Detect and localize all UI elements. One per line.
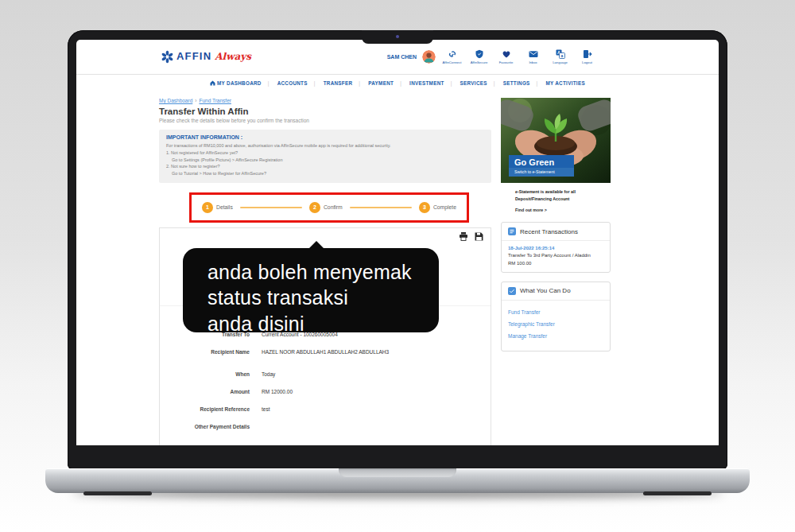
save-button[interactable] [475, 232, 483, 241]
step-label: Details [216, 204, 233, 210]
info-line: Go to Settings (Profile Picture) > Affin… [172, 157, 484, 164]
quick-link-affinconnect[interactable]: AffinConnect [441, 49, 463, 64]
nav-item-services[interactable]: SERVICES [444, 80, 487, 86]
field-label: Recipient Reference [160, 406, 262, 412]
go-green-title: Go Green [509, 155, 574, 168]
laptop-frame: AFFIN Always SAM CHEN [68, 30, 727, 469]
print-icon [459, 232, 468, 241]
go-green-label[interactable]: Go Green Switch to e-Statement [509, 155, 574, 177]
quick-link-logout[interactable]: Logout [576, 49, 598, 64]
form-row-recipient-name: Recipient Name HAZEL NOOR ABDULLAH1 ABDU… [160, 349, 491, 356]
nav-item-investment[interactable]: INVESTMENT [394, 80, 444, 86]
laptop-foot-right [643, 491, 712, 495]
link-fund-transfer[interactable]: Fund Transfer [508, 309, 603, 315]
site-header: AFFIN Always SAM CHEN [76, 40, 719, 74]
shield-icon [475, 49, 484, 59]
quick-link-language[interactable]: A a Language [549, 49, 571, 64]
tutorial-tooltip: anda boleh menyemak status transaksi and… [183, 248, 439, 332]
save-icon [475, 232, 483, 241]
form-row-when: When Today [160, 371, 491, 379]
field-label: Other Payment Details [160, 424, 262, 429]
laptop-base [45, 468, 750, 493]
breadcrumb-my-dashboard[interactable]: My Dashboard [159, 98, 192, 103]
confirmation-card: Transfer To Current Account - 1002600050… [159, 227, 491, 445]
field-label: Recipient Name [160, 349, 262, 355]
recent-transactions-header: Recent Transactions [502, 223, 610, 241]
laptop-screen: AFFIN Always SAM CHEN [76, 40, 719, 445]
translate-icon: A a [556, 49, 565, 59]
step-label: Confirm [324, 204, 343, 210]
sidebar: Go Green Switch to e-Statement e-Stateme… [501, 98, 611, 445]
page-title: Transfer Within Affin [159, 107, 491, 116]
quick-link-inbox[interactable]: Inbox [522, 49, 544, 64]
transactions-icon [508, 227, 516, 235]
transaction-description: Transfer To 3rd Party Account / Aladdin [508, 252, 603, 260]
main-column: My DashboardFund Transfer Transfer Withi… [159, 98, 491, 445]
quick-link-affinsecure[interactable]: AffinSecure [468, 49, 490, 64]
brand-tagline: Always [215, 51, 251, 62]
step-number-badge: 1 [202, 202, 213, 213]
panel-title: What You Can Do [520, 287, 571, 294]
recent-transactions-panel: Recent Transactions 18-Jul-2022 16:25:14… [501, 222, 611, 273]
form-row-recipient-reference: Recipient Reference test [160, 406, 491, 414]
nav-item-settings[interactable]: SETTINGS [487, 80, 530, 86]
field-value: test [262, 406, 491, 412]
quick-link-label: Inbox [529, 60, 537, 64]
handshake-icon [448, 49, 457, 59]
avatar[interactable] [422, 50, 436, 64]
laptop-base-notch [339, 468, 456, 477]
recent-transaction-item[interactable]: 18-Jul-2022 16:25:14 Transfer To 3rd Par… [502, 241, 610, 272]
field-label: Remarks [160, 445, 262, 445]
go-green-banner[interactable]: Go Green Switch to e-Statement e-Stateme… [501, 98, 611, 212]
info-line: 1. Not registered for AffinSecure yet? [166, 150, 484, 157]
home-icon [210, 80, 215, 86]
affin-flower-icon [161, 50, 174, 64]
main-nav: MY DASHBOARD ACCOUNTS TRANSFER PAYMENT I… [76, 74, 719, 91]
step-complete: 3 Complete [419, 202, 456, 213]
field-label: Amount [160, 389, 262, 394]
step-details: 1 Details [202, 202, 233, 213]
quick-link-favourite[interactable]: Favourite [495, 49, 517, 64]
link-telegraphic-transfer[interactable]: Telegraphic Transfer [508, 321, 603, 327]
what-you-can-do-links: Fund Transfer Telegraphic Transfer Manag… [502, 301, 610, 351]
form-row-other-payment-details: Other Payment Details [160, 424, 491, 431]
nav-item-accounts[interactable]: ACCOUNTS [262, 80, 308, 86]
nav-item-my-activities[interactable]: MY ACTIVITIES [530, 80, 585, 86]
tasks-icon [508, 287, 516, 295]
page-subtitle: Please check the details below before yo… [159, 118, 491, 123]
svg-text:a: a [560, 54, 563, 59]
nav-item-my-dashboard[interactable]: MY DASHBOARD [210, 80, 262, 86]
field-label: When [160, 371, 262, 377]
important-information-title: IMPORTANT INFORMATION : [166, 134, 484, 140]
brand-name: AFFIN [176, 50, 211, 62]
envelope-icon [529, 49, 538, 59]
logout-icon [583, 49, 592, 59]
quick-link-label: Logout [582, 60, 592, 64]
nav-item-payment[interactable]: PAYMENT [352, 80, 394, 86]
field-value: Today [262, 371, 491, 377]
scene: AFFIN Always SAM CHEN [0, 0, 795, 532]
step-confirm: 2 Confirm [309, 202, 343, 213]
quick-link-label: AffinSecure [471, 60, 488, 64]
tooltip-text: anda boleh menyemak [207, 259, 439, 285]
steps-highlight-box: 1 Details 2 Confirm 3 Complete [189, 192, 469, 223]
breadcrumb-fund-transfer[interactable]: Fund Transfer [199, 98, 231, 103]
important-information-box: IMPORTANT INFORMATION : For transactions… [159, 130, 491, 183]
go-green-cta[interactable]: Find out more > [501, 208, 611, 212]
form-row-amount: Amount RM 12000.00 [160, 389, 491, 396]
step-connector [350, 207, 412, 208]
camera-notch [362, 30, 433, 44]
link-manage-transfer[interactable]: Manage Transfer [508, 333, 603, 339]
heart-icon [502, 49, 511, 59]
quick-link-label: AffinConnect [443, 60, 462, 64]
affin-logo[interactable]: AFFIN Always [161, 50, 251, 64]
transfer-details-form: Transfer To Current Account - 1002600050… [160, 332, 491, 445]
tooltip-arrow [308, 241, 324, 249]
info-line: Go to Tutorial > How to Register for Aff… [172, 170, 484, 177]
nav-item-transfer[interactable]: TRANSFER [308, 80, 353, 86]
laptop-foot-left [83, 491, 152, 495]
go-green-description: e-Statement is available for all Deposit… [501, 183, 611, 203]
print-button[interactable] [459, 232, 468, 241]
field-value: RM 12000.00 [262, 389, 491, 394]
transaction-amount: RM 100.00 [508, 261, 603, 266]
